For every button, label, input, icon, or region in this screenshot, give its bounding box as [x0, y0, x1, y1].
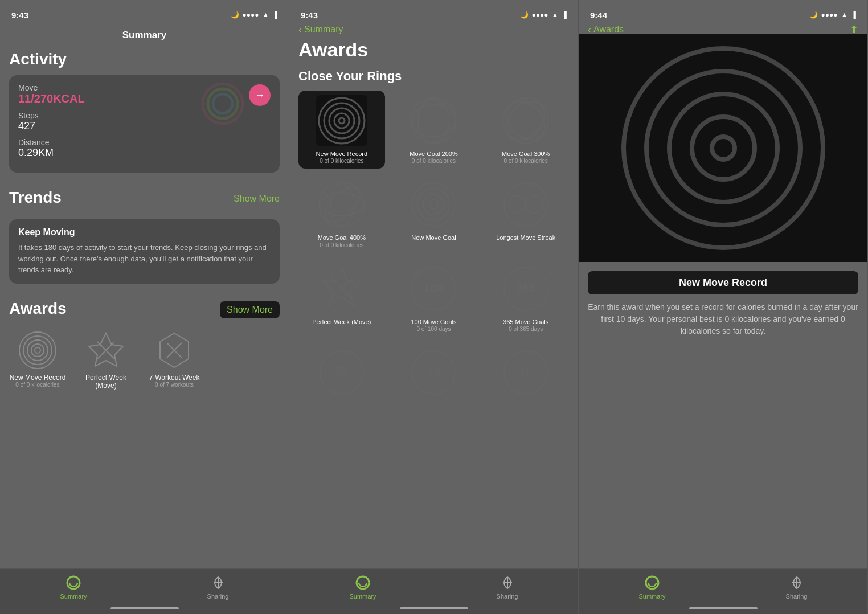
status-bar-1: 9:43 🌙 ●●●● ▲ ▐: [0, 0, 289, 25]
svg-point-27: [503, 98, 548, 144]
svg-point-25: [417, 99, 449, 142]
trends-show-more-button[interactable]: Show More: [234, 194, 280, 204]
move-arrow-icon[interactable]: →: [249, 84, 271, 106]
wifi-icon-2: ▲: [552, 11, 559, 19]
award-grid-sub-0: 0 of 0 kilocalories: [320, 158, 363, 164]
status-bar-2: 9:43 🌙 ●●●● ▲ ▐: [289, 0, 578, 25]
award-grid-item-6[interactable]: Perfect Week (Move): [298, 259, 385, 337]
award-item-2[interactable]: 7-Workout Week 0 of 7 workouts: [146, 330, 203, 390]
awards-row: New Move Record 0 of 0 kilocalories Perf…: [9, 330, 280, 390]
award-grid-name-7: 100 Move Goals: [411, 318, 456, 326]
svg-point-34: [412, 183, 455, 226]
tab-summary-3[interactable]: Summary: [639, 575, 666, 600]
award-detail-rings-svg: [615, 40, 832, 256]
award-grid-item-5[interactable]: Longest Move Streak: [482, 174, 569, 252]
back-chevron-2: ‹: [298, 24, 302, 36]
award-icon-200: [408, 95, 459, 146]
award-icon-100-goals: 100: [408, 263, 459, 314]
award-sub-0: 0 of 0 kilocalories: [15, 382, 59, 388]
svg-point-39: [509, 196, 526, 213]
award-detail-name-bar: New Move Record: [588, 271, 858, 294]
tab-sharing-1[interactable]: Sharing: [207, 575, 229, 600]
tab-sharing-3[interactable]: Sharing: [786, 575, 808, 600]
svg-point-3: [19, 332, 56, 369]
tab-summary-2[interactable]: Summary: [350, 575, 376, 600]
battery-icon-3: ▐: [851, 11, 856, 19]
award-icon-perfect-week: [86, 330, 126, 370]
award-grid-item-7[interactable]: 100 100 Move Goals 0 of 100 days: [391, 259, 477, 337]
sharing-tab-icon-3: [789, 575, 805, 591]
back-button-3[interactable]: ‹ Awards: [588, 24, 624, 36]
status-icons-1: 🌙 ●●●● ▲ ▐: [231, 11, 277, 19]
panel-award-detail: 9:44 🌙 ●●●● ▲ ▐ ‹ Awards ⬆ New Move Reco…: [579, 0, 868, 614]
signal-icon: ●●●●: [243, 11, 259, 19]
svg-point-30: [319, 182, 365, 227]
awards-show-more-button[interactable]: Show More: [220, 301, 280, 318]
activity-card: Move 11/270KCAL Steps 427 Distance 0.29K…: [9, 75, 280, 173]
back-button-2[interactable]: ‹ Summary: [298, 24, 343, 36]
svg-point-15: [69, 579, 77, 587]
award-icon-longest-streak: [500, 179, 551, 230]
wifi-icon: ▲: [263, 11, 269, 19]
award-grid-name-8: 365 Move Goals: [503, 318, 548, 326]
svg-point-32: [320, 193, 363, 216]
award-grid-item-9[interactable]: 59: [298, 342, 385, 406]
award-grid-name-2: Move Goal 300%: [502, 150, 550, 158]
award-icon-400: [316, 179, 367, 230]
award-icon-featured: [316, 95, 367, 146]
share-button[interactable]: ⬆: [850, 23, 858, 36]
back-chevron-3: ‹: [588, 24, 591, 36]
activity-ring-decoration: [200, 81, 245, 126]
award-icon-365-goals: 365: [500, 263, 551, 314]
distance-label: Distance: [18, 138, 271, 147]
home-indicator-2: [400, 607, 468, 609]
award-detail-image: [579, 34, 867, 262]
award-grid-item-1[interactable]: Move Goal 200% 0 of 0 kilocalories: [391, 91, 477, 169]
award-grid-item-4[interactable]: New Move Goal: [391, 174, 477, 252]
svg-point-31: [330, 183, 353, 226]
panel-awards: 9:43 🌙 ●●●● ▲ ▐ ‹ Summary Awards Close Y…: [289, 0, 579, 614]
back-label-3: Awards: [593, 24, 624, 35]
award-detail-name: New Move Record: [597, 277, 849, 289]
home-indicator-3: [689, 607, 758, 609]
svg-text:18: 18: [427, 365, 440, 378]
status-time-2: 9:43: [301, 10, 318, 20]
award-item-1[interactable]: Perfect Week (Move): [77, 330, 134, 390]
award-grid-item-3[interactable]: Move Goal 400% 0 of 0 kilocalories: [298, 174, 385, 252]
panel-summary: 9:43 🌙 ●●●● ▲ ▐ Summary Activity Move 11…: [0, 0, 289, 614]
summary-tab-icon-3: [644, 575, 660, 591]
award-grid-featured[interactable]: New Move Record 0 of 0 kilocalories: [298, 91, 385, 169]
award-grid-item-11[interactable]: 10: [482, 342, 569, 406]
close-rings-title: Close Your Rings: [298, 69, 569, 84]
svg-text:365: 365: [516, 281, 535, 294]
svg-point-65: [648, 579, 656, 587]
trends-title: Trends: [9, 189, 62, 207]
award-grid-sub-7: 0 of 100 days: [416, 326, 451, 332]
nav-bar-3: ‹ Awards ⬆: [579, 25, 867, 34]
tab-summary-1[interactable]: Summary: [60, 575, 87, 600]
award-grid-item-2[interactable]: Move Goal 300% 0 of 0 kilocalories: [482, 91, 569, 169]
tab-sharing-2[interactable]: Sharing: [497, 575, 518, 600]
award-icon-300: [500, 95, 551, 146]
award-grid-name-0: New Move Record: [316, 150, 367, 158]
award-grid-item-10[interactable]: 18: [391, 342, 477, 406]
award-grid-item-8[interactable]: 365 365 Move Goals 0 of 365 days: [482, 259, 569, 337]
trends-header: Trends Show More: [9, 184, 280, 214]
award-icon-misc-3: 10: [500, 347, 551, 398]
sharing-tab-icon: [210, 575, 226, 591]
distance-row: Distance 0.29KM: [18, 138, 271, 159]
award-detail-desc: Earn this award when you set a record fo…: [579, 301, 867, 337]
award-grid-name-6: Perfect Week (Move): [312, 318, 371, 326]
signal-icon-3: ●●●●: [821, 11, 838, 19]
summary-tab-icon-2: [355, 575, 371, 591]
nav-title-1: Summary: [122, 30, 166, 41]
tab-sharing-label-2: Sharing: [497, 593, 518, 600]
status-time-3: 9:44: [590, 10, 607, 20]
svg-text:10: 10: [519, 365, 532, 378]
award-name-2: 7-Workout Week: [149, 374, 200, 382]
awards-page-title: Awards: [298, 39, 569, 61]
status-icons-3: 🌙 ●●●● ▲ ▐: [809, 11, 856, 19]
award-icon-new-move-goal: [408, 179, 459, 230]
award-grid-name-4: New Move Goal: [411, 234, 456, 241]
award-item-0[interactable]: New Move Record 0 of 0 kilocalories: [9, 330, 66, 390]
